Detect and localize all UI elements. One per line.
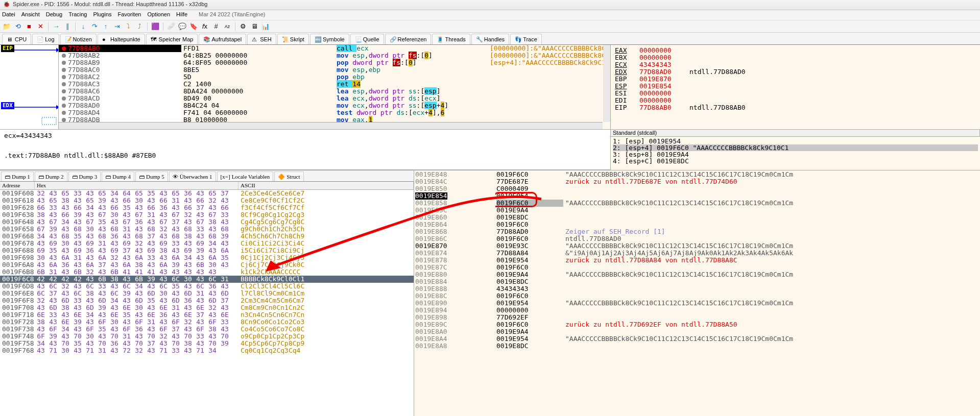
stack-addr-row[interactable]: 0019E8A0: [415, 328, 494, 335]
tab-haltepunkte[interactable]: ●Haltepunkte: [98, 34, 145, 44]
stack-addr-row[interactable]: 0019E850: [415, 185, 494, 192]
register-ESI[interactable]: ESI00000000: [615, 90, 976, 97]
dump-row[interactable]: 0019F6A8436A36436A37436A38436A39436B3043…: [0, 261, 414, 268]
dump-tab-2[interactable]: 🗃Dump 3: [68, 172, 101, 181]
stack-addr-row[interactable]: 0019E898: [415, 314, 494, 321]
patch-icon[interactable]: 🩹: [166, 22, 176, 31]
stack-addr-row[interactable]: 0019E854: [415, 192, 494, 200]
stepover-icon[interactable]: ↷: [90, 22, 99, 31]
stepout-icon[interactable]: ↑: [101, 22, 110, 31]
stack-val-row[interactable]: 0019E954: [496, 335, 563, 342]
tab-threads[interactable]: 🧵Threads: [432, 34, 470, 44]
menu-optionen[interactable]: Optionen: [147, 11, 170, 19]
stack-addr-row[interactable]: 0019E890: [415, 300, 494, 307]
stack-val-row[interactable]: 77D692EF: [496, 314, 563, 321]
stack-addr-row[interactable]: 0019E870: [415, 242, 494, 250]
h-scrollbar[interactable]: [59, 122, 603, 129]
dump-row[interactable]: 0019F6F832436D33436D34436D35436D36436D37…: [0, 297, 414, 304]
menu-datei[interactable]: Datei: [2, 11, 15, 19]
stack-addr-row[interactable]: 0019E88C: [415, 292, 494, 300]
menu-favoriten[interactable]: Favoriten: [118, 11, 141, 19]
dump-tab-0[interactable]: 🗃Dump 1: [1, 172, 34, 181]
dump-row[interactable]: 0019F6B86B31436B32436B4141414343434343k1…: [0, 268, 414, 276]
menu-tracing[interactable]: Tracing: [68, 11, 87, 19]
dump-tab-3[interactable]: 🗃Dump 4: [102, 172, 134, 181]
stack-val-row[interactable]: 0019E9A4: [496, 328, 563, 335]
stack-val-row[interactable]: 0019F6C0: [496, 171, 563, 178]
dump-row[interactable]: 0019F61843653843653943663043663143663243…: [0, 197, 414, 204]
calling-convention-label[interactable]: Standard (stdcall): [610, 129, 980, 137]
dump-tab-6[interactable]: [x=]Locale Variablen: [217, 172, 274, 181]
stack-addr-row[interactable]: 0019E8A4: [415, 335, 494, 342]
stack-addr-row[interactable]: 0019E858: [415, 200, 494, 207]
dump-row[interactable]: 0019F7186E33436E34436E35436E36436E37436E…: [0, 311, 414, 319]
tab-seh[interactable]: ⚠SEH: [247, 34, 276, 44]
stack-addr-row[interactable]: 0019E880: [415, 271, 494, 278]
stack-addr-row[interactable]: 0019E8A8: [415, 342, 494, 350]
register-EIP[interactable]: EIP77D88AB0ntdll.77D88AB0: [615, 104, 976, 111]
stack-val-row[interactable]: 0019E954: [496, 300, 563, 307]
dump-row[interactable]: 0019F67843693043693143693243693343693443…: [0, 240, 414, 247]
disassembly-view[interactable]: EIP EDX 77D88AB077D88AB277D88AB977D88AC0…: [0, 45, 610, 129]
dump-row[interactable]: 0019F69830436A31436A32436A33436A34436A35…: [0, 254, 414, 261]
dump-row[interactable]: 0019F6D8436C32436C33436C34436C35436C3643…: [0, 283, 414, 290]
stack-addr-row[interactable]: 0019E878: [415, 257, 494, 264]
traceinto-icon[interactable]: ⤵: [124, 22, 133, 31]
tab-cpu[interactable]: 🖥CPU: [2, 34, 31, 44]
menu-ansicht[interactable]: Ansicht: [21, 11, 40, 19]
stack-addr-row[interactable]: 0019E868: [415, 228, 494, 235]
dump-view[interactable]: 🗃Dump 1🗃Dump 2🗃Dump 3🗃Dump 4🗃Dump 5👁Über…: [0, 170, 414, 416]
dump-tab-4[interactable]: 🗃Dump 5: [135, 172, 168, 181]
stack-addr-row[interactable]: 0019E860: [415, 214, 494, 221]
label-icon[interactable]: 🔖: [189, 22, 198, 31]
restart-icon[interactable]: ⟲: [13, 22, 22, 31]
stack-val-row[interactable]: 77D88AD0: [496, 228, 563, 235]
comment-icon[interactable]: 💬: [178, 22, 187, 31]
register-ESP[interactable]: ESP0019E854: [615, 83, 976, 90]
stack-val-row[interactable]: 77D88A84: [496, 250, 563, 257]
stack-val-row[interactable]: 0019F6C0: [496, 264, 563, 271]
fx-icon[interactable]: fx: [200, 22, 209, 31]
stack-val-row[interactable]: 0019E954: [496, 192, 563, 200]
stack-val-row[interactable]: 0019E93C: [496, 242, 563, 250]
dump-row[interactable]: 0019F62866334366344366354366364366374366…: [0, 204, 414, 211]
stack-arg-row[interactable]: 4: [esp+C] 0019E8DC: [613, 158, 978, 164]
stack-value-column[interactable]: 0019F6C077DE687EC00004090019E9540019F6C0…: [495, 170, 564, 416]
registers-view[interactable]: EAX00000000EBX00000000ECX43434343EDX77D8…: [610, 45, 980, 129]
tab-trace[interactable]: 👣Trace: [510, 34, 542, 44]
dump-row[interactable]: 0019F60832436533436534646535436536436537…: [0, 190, 414, 197]
db-icon[interactable]: 📊: [261, 22, 270, 31]
tab-quelle[interactable]: 📃Quelle: [350, 34, 384, 44]
dump-header-hex[interactable]: Hex: [35, 182, 238, 189]
stack-val-row[interactable]: 0019F6C0: [496, 321, 563, 328]
stack-addr-row[interactable]: 0019E864: [415, 221, 494, 228]
stack-val-row[interactable]: 0019F6C0: [496, 221, 563, 228]
stack-addr-row[interactable]: 0019E888: [415, 285, 494, 292]
stack-args-view[interactable]: 1: [esp] 0019E9542: [esp+4] 0019F6C0 "AA…: [610, 137, 980, 170]
hash-icon[interactable]: #: [211, 22, 221, 31]
stack-addr-row[interactable]: 0019E884: [415, 278, 494, 285]
stack-val-row[interactable]: 0019E9A4: [496, 207, 563, 214]
dump-row[interactable]: 0019F7486F394370304370314370324370334370…: [0, 333, 414, 340]
tab-aufrufstapel[interactable]: 📚Aufrufstapel: [199, 34, 246, 44]
open-icon[interactable]: 📁: [2, 22, 11, 31]
stack-val-row[interactable]: 0019E954: [496, 257, 563, 264]
dump-row[interactable]: 0019F64843673443673543673643673743673843…: [0, 218, 414, 226]
dump-row[interactable]: 0019F6E86C37436C38436C39436D30436D31436D…: [0, 290, 414, 297]
run-icon[interactable]: →: [52, 22, 61, 31]
stack-comment-column[interactable]: "AAACCCCCBBBBCk8Ck9C10C11C12C13C14C15C16…: [564, 170, 980, 416]
dump-row[interactable]: 0019F6886935436936436937436938436939436A…: [0, 247, 414, 254]
stack-val-row[interactable]: 43434343: [496, 285, 563, 292]
dump-tab-5[interactable]: 👁Überwachen 1: [169, 172, 216, 181]
stack-val-row[interactable]: 0019E8DC: [496, 278, 563, 285]
scylla-icon[interactable]: 🟪: [151, 22, 160, 31]
stack-val-row[interactable]: 0019E8DC: [496, 214, 563, 221]
stack-val-row[interactable]: 77DE687E: [496, 178, 563, 185]
stack-addr-row[interactable]: 0019E894: [415, 307, 494, 314]
stack-val-row[interactable]: 0019E9A4: [496, 271, 563, 278]
dump-row[interactable]: 0019F708436D38436D39436E30436E31436E3243…: [0, 304, 414, 311]
calc-icon[interactable]: 🖥: [250, 22, 259, 31]
tab-handles[interactable]: 🔧Handles: [471, 34, 509, 44]
stack-val-row[interactable]: 0019E8DC: [496, 342, 563, 350]
tab-symbole[interactable]: 🔤Symbole: [310, 34, 349, 44]
